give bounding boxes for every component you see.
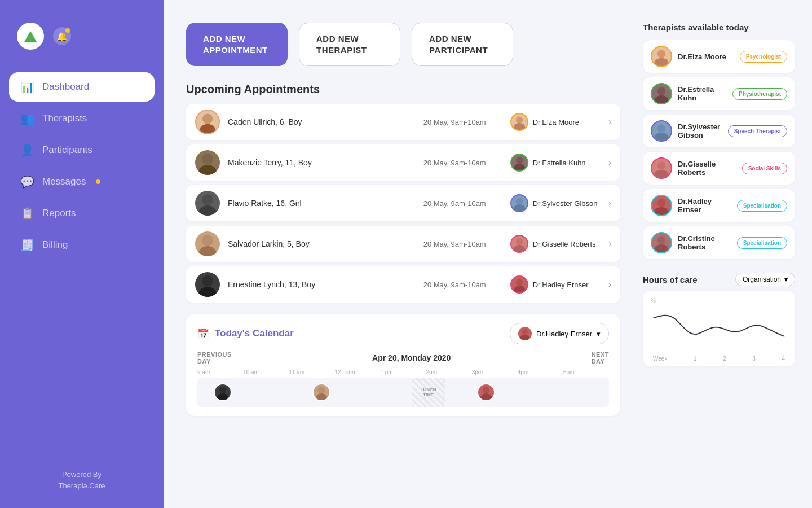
therapist-card[interactable]: Dr.Sylvester Gibson Speech Therapist xyxy=(643,115,795,147)
appointment-time: 20 May, 9am-10am xyxy=(423,199,502,208)
svg-point-22 xyxy=(219,387,226,393)
svg-point-20 xyxy=(522,329,528,335)
svg-point-35 xyxy=(654,170,668,179)
sidebar-item-label: Dashboard xyxy=(42,81,89,93)
therapist-name: Dr.Elza Moore xyxy=(533,118,579,126)
svg-point-36 xyxy=(657,199,665,207)
select-therapist-avatar xyxy=(518,327,532,340)
therapist-card[interactable]: Dr.Estrella Kuhn Physiotherapist xyxy=(643,77,795,110)
therapist-card[interactable]: Dr.Cristine Roberts Specialisation xyxy=(643,226,795,259)
svg-point-33 xyxy=(654,133,668,142)
svg-point-31 xyxy=(654,95,668,104)
specialty-badge: Specialisation xyxy=(737,237,787,249)
sidebar-item-label: Billing xyxy=(42,239,68,251)
svg-point-21 xyxy=(520,335,530,340)
therapist-select[interactable]: Dr.Hadley Ernser ▾ xyxy=(510,323,609,344)
timeline-event-3 xyxy=(477,383,495,401)
sidebar-item-messages[interactable]: 💬 Messages xyxy=(9,167,155,196)
dropdown-chevron-icon: ▾ xyxy=(784,275,788,283)
patient-name: Makenzie Terry, 11, Boy xyxy=(228,158,416,167)
therapist-info: Dr.Estrella Kuhn xyxy=(510,154,601,172)
svg-point-3 xyxy=(513,123,525,131)
svg-point-5 xyxy=(198,165,217,175)
svg-point-15 xyxy=(513,245,525,253)
prev-day-button[interactable]: PREVIOUSDAY xyxy=(197,351,232,365)
patient-name: Ernestine Lynch, 13, Boy xyxy=(228,280,416,289)
svg-point-28 xyxy=(657,50,665,58)
chart-y-label: % xyxy=(651,297,787,304)
table-row[interactable]: Makenzie Terry, 11, Boy 20 May, 9am-10am… xyxy=(186,144,620,181)
reports-icon: 📋 xyxy=(20,207,34,220)
patient-name: Flavio Ratke, 16, Girl xyxy=(228,199,416,208)
sidebar-logo-area: 🔔 xyxy=(0,0,164,67)
lunch-time-block: LUNCHTIME xyxy=(412,378,445,407)
sidebar-item-therapists[interactable]: 👥 Therapists xyxy=(9,104,155,133)
therapist-card[interactable]: Dr.Gisselle Roberts Social Skills xyxy=(643,152,795,185)
messages-badge xyxy=(96,179,100,184)
svg-point-0 xyxy=(202,113,213,124)
therapist-info: Dr.Hadley Ernser xyxy=(510,275,601,294)
therapist-name: Dr.Sylvester Gibson xyxy=(678,122,722,139)
messages-icon: 💬 xyxy=(20,175,34,189)
next-day-button[interactable]: NEXTDAY xyxy=(592,351,609,365)
specialty-badge: Specialisation xyxy=(737,200,787,212)
notification-bell[interactable]: 🔔 xyxy=(53,27,71,45)
therapist-name: Dr.Gisselle Roberts xyxy=(678,160,736,177)
organisation-dropdown[interactable]: Organisation ▾ xyxy=(735,273,795,286)
therapist-card[interactable]: Dr.Hadley Ernser Specialisation xyxy=(643,189,795,222)
therapist-avatar xyxy=(651,195,672,216)
svg-point-8 xyxy=(202,194,213,205)
hours-header: Hours of care Organisation ▾ xyxy=(643,273,795,286)
svg-point-18 xyxy=(516,279,523,286)
sidebar-item-label: Therapists xyxy=(42,113,87,124)
hours-of-care-section: Hours of care Organisation ▾ % Week 1 2 … xyxy=(643,273,795,366)
therapist-name: Dr.Estrella Kuhn xyxy=(533,159,586,167)
specialty-badge: Physiotherapist xyxy=(732,88,787,100)
therapist-name: Dr.Cristine Roberts xyxy=(678,234,731,251)
nav-menu: 📊 Dashboard 👥 Therapists 👤 Participants … xyxy=(0,67,164,265)
svg-point-7 xyxy=(513,164,525,172)
notification-dot xyxy=(65,28,70,33)
sidebar-item-dashboard[interactable]: 📊 Dashboard xyxy=(9,72,155,102)
patient-avatar xyxy=(195,191,220,216)
right-panel: Therapists available today Dr.Elza Moore… xyxy=(637,0,812,508)
svg-point-6 xyxy=(516,157,523,164)
table-row[interactable]: Ernestine Lynch, 13, Boy 20 May, 9am-10a… xyxy=(186,266,620,303)
svg-point-24 xyxy=(318,387,325,393)
calendar-title: 📅 Today's Calendar xyxy=(197,328,294,340)
svg-point-1 xyxy=(199,124,215,134)
sidebar-footer: Powered By Therapia.Care xyxy=(0,469,164,491)
sidebar-item-billing[interactable]: 🧾 Billing xyxy=(9,230,155,260)
svg-point-12 xyxy=(202,235,213,246)
therapist-info: Dr.Gisselle Roberts xyxy=(510,235,601,253)
svg-point-32 xyxy=(657,124,665,132)
therapist-card[interactable]: Dr.Elza Moore Psychologist xyxy=(643,40,795,73)
svg-point-2 xyxy=(516,116,523,123)
therapist-avatar xyxy=(510,154,528,172)
table-row[interactable]: Salvador Larkin, 5, Boy 20 May, 9am-10am… xyxy=(186,226,620,262)
chevron-right-icon: › xyxy=(608,157,611,168)
calendar-section: 📅 Today's Calendar Dr.Hadley Ernser ▾ PR… xyxy=(186,314,620,416)
svg-point-34 xyxy=(657,161,665,169)
sidebar-item-participants[interactable]: 👤 Participants xyxy=(9,135,155,165)
appointment-time: 20 May, 9am-10am xyxy=(423,159,502,167)
patient-avatar xyxy=(195,110,220,134)
calendar-icon: 📅 xyxy=(197,328,209,340)
add-participant-button[interactable]: ADD NEWPARTICIPANT xyxy=(412,23,513,66)
patient-avatar xyxy=(195,150,220,175)
svg-point-4 xyxy=(202,154,213,165)
therapist-name: Dr.Estrella Kuhn xyxy=(678,85,727,102)
hours-title: Hours of care xyxy=(643,275,698,284)
dropdown-chevron-icon: ▾ xyxy=(597,330,601,338)
patient-avatar xyxy=(195,272,220,297)
calendar-nav: PREVIOUSDAY Apr 20, Monday 2020 NEXTDAY xyxy=(197,351,609,365)
add-appointment-button[interactable]: ADD NEWAPPOINTMENT xyxy=(186,23,288,66)
svg-point-9 xyxy=(198,205,217,216)
add-therapist-button[interactable]: ADD NEWTHERAPIST xyxy=(299,23,400,66)
table-row[interactable]: Flavio Ratke, 16, Girl 20 May, 9am-10am … xyxy=(186,185,620,221)
logo-icon xyxy=(17,23,44,50)
sidebar-item-reports[interactable]: 📋 Reports xyxy=(9,199,155,228)
svg-point-14 xyxy=(516,238,523,245)
table-row[interactable]: Caden Ullrich, 6, Boy 20 May, 9am-10am D… xyxy=(186,104,620,140)
svg-point-38 xyxy=(657,236,665,244)
